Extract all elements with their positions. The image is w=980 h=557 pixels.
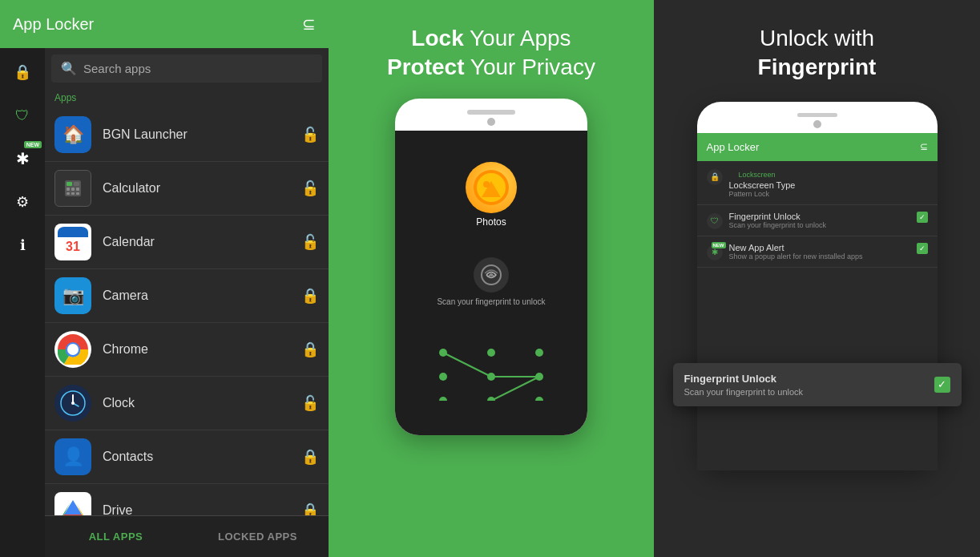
photos-section: Photos: [466, 162, 517, 228]
sidebar-icon-shield[interactable]: 🛡: [8, 101, 37, 130]
scan-label: Scan your fingerprint to unlock: [437, 297, 545, 306]
phone-mockup: Photos Scan your fingerprint to unlock: [395, 99, 587, 435]
svg-point-36: [439, 373, 447, 381]
app-name: Drive: [103, 503, 301, 515]
app-icon-clock: [54, 385, 91, 422]
phone-camera-2: [813, 120, 821, 128]
app-icon-chrome: [54, 331, 91, 368]
headline-text: Lock Your Apps Protect Your Privacy: [387, 24, 595, 83]
panel-fingerprint: Unlock withFingerprint App Locker ⊆ 🔒 Lo…: [654, 0, 980, 557]
phone-speaker-2: [797, 113, 837, 117]
headline-text-3: Unlock withFingerprint: [758, 24, 877, 83]
list-item[interactable]: Drive 🔒: [45, 484, 329, 515]
search-input[interactable]: [83, 62, 313, 75]
phone-list-text: Lockscreen Lockscreen Type Pattern Lock: [729, 168, 928, 198]
popup-title: Fingerprint Unlock: [684, 373, 925, 385]
lock-icon[interactable]: 🔓: [301, 233, 319, 251]
app-list: 🏠 BGN Launcher 🔓: [45, 108, 329, 515]
svg-point-39: [439, 397, 447, 401]
new-badge-small: NEW: [712, 242, 726, 248]
search-icon: 🔍: [61, 61, 77, 76]
phone-checkbox-alert[interactable]: ✓: [917, 243, 928, 254]
svg-point-32: [490, 273, 493, 276]
phone-checkbox-fingerprint[interactable]: ✓: [917, 212, 928, 223]
svg-rect-11: [58, 232, 88, 237]
lockscreen-label: Lockscreen: [729, 168, 928, 180]
app-icon-contacts: 👤: [54, 438, 91, 475]
lock-icon[interactable]: 🔓: [301, 394, 319, 412]
app-name: Chrome: [103, 342, 301, 357]
new-badge: NEW: [24, 141, 42, 148]
list-item[interactable]: Chrome 🔒: [45, 323, 329, 377]
app-name: BGN Launcher: [103, 127, 301, 142]
phone-list-item-shield: 🛡 Fingerprint Unlock Scan your fingerpri…: [697, 205, 938, 236]
sidebar-icon-info[interactable]: ℹ: [8, 231, 37, 260]
sidebar: 🔒 🛡 ✱ NEW ⚙ ℹ: [0, 48, 45, 557]
new-app-alert-title: New App Alert: [729, 243, 917, 252]
panel2-headline: Lock Your Apps Protect Your Privacy: [371, 24, 611, 83]
tab-all-apps[interactable]: ALL APPS: [45, 516, 187, 557]
phone-new-icon: ✱ NEW: [707, 244, 723, 260]
fingerprint-unlock-subtitle: Scan your fingerprint to unlock: [729, 221, 917, 229]
sidebar-icon-lock[interactable]: 🔒: [8, 58, 37, 87]
pattern-section: [403, 337, 579, 404]
sidebar-icon-new[interactable]: ✱ NEW: [8, 144, 37, 173]
list-item[interactable]: 👤 Contacts 🔒: [45, 430, 329, 484]
svg-line-44: [491, 377, 539, 401]
photos-app-icon: [466, 162, 517, 213]
lock-icon[interactable]: 🔒: [301, 448, 319, 466]
svg-rect-7: [71, 192, 75, 195]
svg-line-42: [443, 353, 491, 377]
fingerprint-unlock-title: Fingerprint Unlock: [729, 212, 917, 221]
fingerprint-popup: Fingerprint Unlock Scan your fingerprint…: [673, 363, 962, 406]
list-item[interactable]: 31 Calendar 🔓: [45, 216, 329, 269]
phone-mockup-2: App Locker ⊆ 🔒 Lockscreen Lockscreen Typ…: [697, 102, 938, 470]
phone-shield-icon: 🛡: [707, 213, 723, 229]
phone-lock-icon: 🔒: [707, 169, 723, 185]
lock-icon[interactable]: 🔒: [301, 502, 319, 515]
phone-list-item-alert: ✱ NEW New App Alert Show a popup alert f…: [697, 236, 938, 268]
fingerprint-icon: [474, 257, 509, 293]
app-icon-calendar: 31: [54, 224, 91, 260]
phone-header-title: App Locker: [707, 141, 760, 153]
svg-point-41: [535, 397, 543, 401]
phone-camera: [487, 118, 495, 126]
panel3-headline: Unlock withFingerprint: [742, 24, 893, 83]
app-icon-calculator: [54, 170, 91, 207]
popup-checkbox[interactable]: ✓: [934, 377, 950, 393]
svg-point-15: [67, 344, 79, 355]
app-icon-camera: 📷: [54, 277, 91, 314]
popup-subtitle: Scan your fingerprint to unlock: [684, 387, 925, 397]
svg-rect-3: [67, 188, 70, 191]
apps-section-label: Apps: [45, 89, 329, 108]
panel1-body: 🔒 🛡 ✱ NEW ⚙ ℹ 🔍 Apps 🏠 BGN Launcher: [0, 48, 329, 557]
panel-lock-apps: Lock Your Apps Protect Your Privacy Phot…: [329, 0, 654, 557]
svg-rect-4: [71, 188, 75, 191]
lock-icon[interactable]: 🔒: [301, 341, 319, 358]
tab-locked-apps[interactable]: LOCKED APPS: [187, 516, 329, 557]
svg-point-34: [487, 349, 495, 357]
lock-icon[interactable]: 🔓: [301, 180, 319, 197]
bottom-tabs: ALL APPS LOCKED APPS: [45, 515, 329, 557]
app-name: Contacts: [103, 450, 301, 464]
new-app-alert-subtitle: Show a popup alert for new installed app…: [729, 252, 917, 260]
svg-text:31: 31: [66, 240, 80, 253]
share-icon[interactable]: ⊆: [302, 14, 316, 34]
lock-icon[interactable]: 🔓: [301, 126, 319, 143]
svg-point-35: [535, 349, 543, 357]
list-item[interactable]: 📷 Camera 🔒: [45, 269, 329, 323]
phone-screen: Photos Scan your fingerprint to unlock: [395, 131, 587, 435]
app-title: App Locker: [13, 15, 94, 34]
lockscreen-type-title: Lockscreen Type: [729, 180, 928, 190]
lock-icon[interactable]: 🔒: [301, 287, 319, 305]
list-item[interactable]: 🏠 BGN Launcher 🔓: [45, 108, 329, 162]
search-bar[interactable]: 🔍: [51, 54, 322, 83]
list-item[interactable]: Calculator 🔓: [45, 162, 329, 216]
svg-rect-1: [67, 182, 72, 186]
app-icon-drive: [54, 492, 91, 515]
sidebar-icon-settings[interactable]: ⚙: [8, 188, 37, 216]
app-name: Clock: [103, 396, 301, 410]
list-item[interactable]: Clock 🔓: [45, 377, 329, 430]
app-list-container: 🔍 Apps 🏠 BGN Launcher 🔓: [45, 48, 329, 557]
lockscreen-type-value: Pattern Lock: [729, 190, 928, 198]
